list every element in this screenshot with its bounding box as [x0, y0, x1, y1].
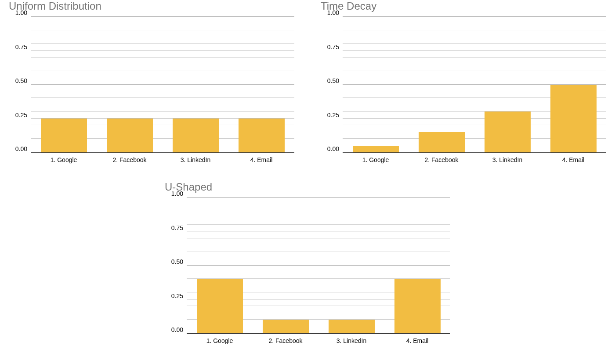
x-tick-label: 2. Facebook [253, 337, 318, 344]
x-tick-label: 3. LinkedIn [474, 156, 540, 163]
plot-area: 0.00 0.25 0.50 0.75 1.00 [321, 17, 606, 153]
chart-grid [31, 17, 294, 153]
x-tick-label: 2. Facebook [97, 156, 163, 163]
y-tick-label: 0.75 [15, 43, 27, 50]
bar-google [41, 119, 87, 152]
bars-container [31, 17, 294, 152]
y-axis: 0.00 0.25 0.50 0.75 1.00 [165, 198, 187, 334]
y-tick-label: 0.25 [327, 112, 339, 119]
x-tick-label: 1. Google [187, 337, 253, 344]
x-tick-label: 1. Google [31, 156, 97, 163]
y-tick-label: 1.00 [15, 9, 27, 16]
bars-container [343, 17, 606, 152]
y-tick-label: 0.00 [15, 145, 27, 152]
bar-linkedin [173, 119, 219, 152]
x-tick-label: 4. Email [228, 156, 294, 163]
y-tick-label: 0.50 [327, 77, 339, 84]
bar-linkedin [485, 112, 531, 152]
x-axis: 1. Google 2. Facebook 3. LinkedIn 4. Ema… [31, 153, 294, 163]
bar-facebook [107, 119, 153, 152]
x-axis: 1. Google 2. Facebook 3. LinkedIn 4. Ema… [187, 334, 450, 344]
y-axis: 0.00 0.25 0.50 0.75 1.00 [9, 17, 31, 153]
x-tick-label: 2. Facebook [409, 156, 474, 163]
y-tick-label: 0.75 [327, 43, 339, 50]
chart-uniform: Uniform Distribution 0.00 0.25 0.50 0.75… [9, 0, 294, 163]
x-tick-label: 3. LinkedIn [318, 337, 384, 344]
y-tick-label: 0.75 [171, 224, 183, 231]
chart-title: Time Decay [321, 0, 606, 12]
bar-facebook [419, 132, 465, 152]
chart-time-decay: Time Decay 0.00 0.25 0.50 0.75 1.00 [321, 0, 606, 163]
chart-title: Uniform Distribution [9, 0, 294, 12]
y-tick-label: 0.50 [171, 258, 183, 265]
y-tick-label: 1.00 [171, 190, 183, 197]
chart-title: U-Shaped [165, 181, 450, 193]
bar-linkedin [329, 320, 375, 333]
bar-email [239, 119, 285, 152]
x-axis: 1. Google 2. Facebook 3. LinkedIn 4. Ema… [343, 153, 606, 163]
chart-grid [343, 17, 606, 153]
x-tick-label: 3. LinkedIn [163, 156, 228, 163]
y-tick-label: 0.25 [171, 292, 183, 299]
chart-grid [187, 198, 450, 334]
x-tick-label: 1. Google [343, 156, 409, 163]
x-tick-label: 4. Email [540, 156, 606, 163]
y-tick-label: 1.00 [327, 9, 339, 16]
bar-google [197, 279, 243, 333]
y-tick-label: 0.50 [15, 77, 27, 84]
y-tick-label: 0.00 [171, 326, 183, 333]
bars-container [187, 198, 450, 333]
bar-google [353, 146, 399, 152]
chart-u-shaped: U-Shaped 0.00 0.25 0.50 0.75 1.00 [165, 181, 450, 344]
bar-email [550, 85, 597, 153]
bar-email [394, 279, 441, 333]
plot-area: 0.00 0.25 0.50 0.75 1.00 [165, 198, 450, 334]
bar-facebook [263, 320, 309, 333]
x-tick-label: 4. Email [384, 337, 450, 344]
plot-area: 0.00 0.25 0.50 0.75 1.00 [9, 17, 294, 153]
y-tick-label: 0.00 [327, 145, 339, 152]
y-tick-label: 0.25 [15, 112, 27, 119]
y-axis: 0.00 0.25 0.50 0.75 1.00 [321, 17, 343, 153]
